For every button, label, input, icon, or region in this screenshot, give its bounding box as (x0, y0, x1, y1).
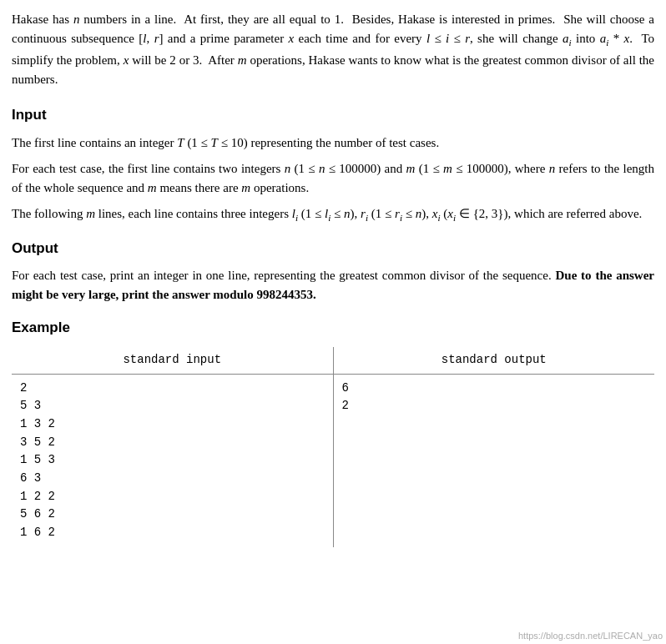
input-paragraph-2: For each test case, the first line conta… (12, 159, 654, 199)
input-section: Input The first line contains an integer… (12, 104, 654, 226)
input-line: 1 2 2 (20, 488, 325, 506)
input-line: 2 (20, 380, 325, 398)
table-output-cell: 6 2 (333, 374, 654, 547)
table-input-cell: 2 5 3 1 3 2 3 5 2 1 5 3 6 3 1 2 2 5 6 2 … (12, 374, 333, 547)
example-section: Example standard input standard output 2… (12, 317, 654, 547)
output-line: 2 (342, 397, 647, 415)
example-table: standard input standard output 2 5 3 1 3… (12, 347, 654, 547)
output-section: Output For each test case, print an inte… (12, 238, 654, 305)
output-line: 6 (342, 380, 647, 398)
table-header-input: standard input (12, 347, 333, 374)
problem-statement: Hakase has n numbers in a line. At first… (12, 10, 654, 547)
example-title: Example (12, 317, 654, 339)
output-bold: Due to the answer might be very large, p… (12, 269, 654, 301)
table-row: 2 5 3 1 3 2 3 5 2 1 5 3 6 3 1 2 2 5 6 2 … (12, 374, 654, 547)
input-line: 5 6 2 (20, 506, 325, 524)
output-title: Output (12, 238, 654, 259)
input-line: 3 5 2 (20, 434, 325, 452)
output-paragraph-1: For each test case, print an integer in … (12, 266, 654, 305)
input-paragraph-1: The first line contains an integer T (1 … (12, 133, 654, 153)
input-line: 1 3 2 (20, 415, 325, 434)
watermark: https://blog.csdn.net/LIRECAN_yao (518, 631, 663, 641)
table-header-output: standard output (333, 347, 654, 374)
input-line: 5 3 (20, 397, 325, 415)
input-title: Input (12, 104, 654, 126)
input-line: 1 6 2 (20, 524, 325, 542)
intro-paragraph: Hakase has n numbers in a line. At first… (12, 10, 654, 89)
input-line: 1 5 3 (20, 451, 325, 470)
input-line: 6 3 (20, 470, 325, 488)
input-paragraph-3: The following m lines, each line contain… (12, 204, 654, 225)
